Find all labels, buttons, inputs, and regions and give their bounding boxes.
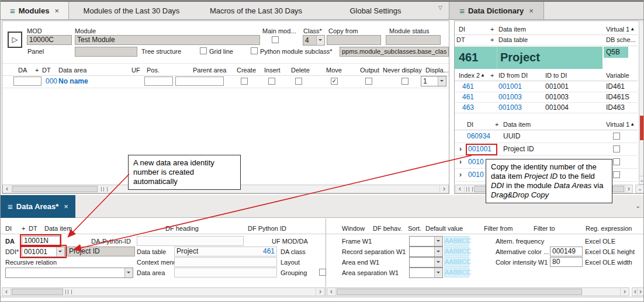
row-pos-input[interactable] — [144, 77, 173, 86]
col-da[interactable]: DA — [18, 67, 27, 74]
rel-cell-variable[interactable]: ID463 — [606, 104, 625, 112]
item-cell-name[interactable]: UUID — [503, 133, 520, 140]
data-areas-right-scrollbar[interactable]: ‹ › — [327, 287, 629, 296]
da-col-filter-from[interactable]: Filter from — [484, 225, 513, 232]
area-separation-w1-dropdown[interactable] — [409, 268, 443, 278]
rel-cell-id-from[interactable]: 001003 — [498, 93, 522, 101]
rel-col-variable[interactable]: Variable — [606, 72, 629, 79]
da-col-window[interactable]: Window — [342, 225, 365, 232]
menu-icon[interactable]: ≡ — [10, 6, 15, 16]
item-cell-di[interactable]: 060934 — [467, 133, 490, 140]
data-table-field[interactable]: Project461 — [174, 247, 277, 256]
dict-plus-label[interactable]: + — [490, 26, 494, 33]
rel-cell-id-to[interactable]: 001001 — [545, 83, 569, 91]
col-delete[interactable]: Delete — [291, 67, 310, 74]
rel-cell-index[interactable]: 463 — [462, 104, 474, 112]
col-pos[interactable]: Pos. — [147, 67, 160, 74]
expand-arrow-icon[interactable]: › — [459, 145, 462, 152]
col-plus[interactable]: + — [35, 67, 39, 74]
module-name-field[interactable]: Test Module — [75, 35, 260, 45]
record-separation-w1-dropdown[interactable] — [409, 247, 443, 257]
item-col-di[interactable]: DI — [467, 121, 473, 128]
grouping-checkbox[interactable] — [319, 269, 326, 276]
recursive-relation-dropdown[interactable] — [5, 268, 133, 278]
scrollbar-grip[interactable] — [65, 290, 72, 294]
record-separation-w1-color-swatch[interactable]: AABBCC — [444, 247, 469, 256]
menu-icon[interactable]: ≡ — [8, 202, 13, 211]
col-parent-area[interactable]: Parent area — [193, 67, 226, 74]
row-move-checkbox[interactable]: ✓ — [331, 78, 338, 85]
scroll-right-icon[interactable]: › — [316, 288, 324, 296]
item-col-virtual[interactable]: Virtual 1▲ — [606, 121, 635, 128]
expand-arrow-icon[interactable]: › — [459, 158, 462, 165]
da-col-dt[interactable]: DT — [29, 225, 37, 232]
color-intensity-w1-field[interactable]: 80 — [550, 257, 583, 267]
tab-data-areas[interactable]: ≡ Data Areas* × — [1, 195, 75, 218]
da-col-reg-expression[interactable]: Reg. expression — [586, 225, 632, 232]
row-never-display-checkbox[interactable] — [401, 78, 408, 85]
scrollbar-thumb[interactable] — [12, 186, 98, 192]
rel-cell-variable[interactable]: ID461 — [606, 83, 625, 91]
scroll-right-icon[interactable]: › — [625, 185, 632, 193]
row-parent-area-input[interactable] — [175, 77, 224, 86]
rel-col-id-to[interactable]: ID to DI — [545, 72, 567, 79]
scrollbar-thumb[interactable] — [612, 186, 624, 192]
close-icon[interactable]: × — [529, 6, 534, 15]
context-menu-field[interactable] — [174, 257, 277, 267]
da-col-di[interactable]: DI — [5, 225, 12, 232]
dictionary-scroll-corner-button[interactable]: ⌄ — [635, 185, 644, 193]
row-insert-checkbox[interactable] — [268, 78, 275, 85]
area-end-w1-dropdown[interactable] — [409, 257, 443, 268]
tab-data-dictionary[interactable]: ≡ Data Dictionary × — [449, 2, 544, 19]
da-col-plus[interactable]: + — [22, 225, 25, 232]
dict-db-schema-label[interactable]: DB sche... — [606, 36, 636, 43]
frame-w1-dropdown[interactable] — [409, 236, 443, 247]
tab-modules-last-30-days[interactable]: Modules of the Last 30 Days — [69, 2, 194, 19]
row-data-area-value[interactable]: No name — [58, 78, 88, 85]
col-never-display[interactable]: Never display — [383, 67, 422, 74]
rel-cell-index[interactable]: 461 — [462, 83, 474, 91]
col-uf[interactable]: UF — [131, 67, 140, 74]
scroll-position-marker[interactable] — [640, 116, 643, 140]
col-output[interactable]: Output — [360, 67, 379, 74]
alternative-color-field[interactable]: 000149 — [550, 247, 583, 256]
selected-table-id[interactable]: 461 — [459, 51, 478, 64]
col-displa[interactable]: Displa... — [425, 67, 449, 74]
dict-data-item-label[interactable]: Data item — [498, 26, 526, 33]
menu-icon[interactable]: ≡ — [459, 6, 465, 16]
frame-w1-color-swatch[interactable]: AABBCC — [444, 236, 469, 246]
tabbar-collapse-icon[interactable]: ▽ — [438, 4, 442, 11]
rel-cell-id-from[interactable]: 001003 — [498, 104, 522, 112]
rel-col-index[interactable]: Index 2▲ — [459, 72, 485, 79]
scrollbar-thumb[interactable] — [337, 289, 582, 295]
da-col-df-python-id[interactable]: DF Python ID — [248, 225, 286, 232]
item-virtual-checkbox[interactable] — [613, 133, 620, 140]
expand-arrow-icon[interactable]: › — [459, 171, 462, 178]
col-dt[interactable]: DT — [42, 67, 51, 74]
panel-collapse-chevron-icon[interactable]: ⌄ — [635, 202, 640, 209]
module-status-field[interactable] — [386, 35, 441, 45]
item-col-plus[interactable]: + — [495, 121, 498, 128]
python-subclass-field[interactable]: ppms.module_subclasses.base_clas — [340, 47, 449, 57]
python-subclass-checkbox[interactable] — [251, 47, 258, 54]
dictionary-vertical-scrollbar[interactable]: ⌄ — [639, 20, 644, 185]
data-area-field[interactable] — [174, 268, 277, 277]
tab-global-settings[interactable]: Global Settings — [318, 2, 433, 19]
data-areas-left-scrollbar[interactable]: ‹ › — [2, 287, 325, 296]
da-col-filter-to[interactable]: Filter to — [534, 225, 555, 232]
item-virtual-checkbox[interactable] — [613, 171, 620, 178]
dict-data-table-label[interactable]: Data table — [498, 36, 528, 43]
col-move[interactable]: Move — [326, 67, 342, 74]
rel-cell-id-from[interactable]: 001001 — [498, 83, 522, 91]
da-col-df-behav[interactable]: DF behav. — [373, 225, 402, 232]
da-python-id-field[interactable] — [137, 236, 244, 246]
dict-plus-label[interactable]: + — [490, 36, 494, 43]
scroll-right-icon[interactable]: › — [637, 288, 643, 296]
scroll-right-icon[interactable]: › — [439, 185, 448, 193]
dict-virtual-label[interactable]: Virtual 1▲ — [606, 26, 635, 33]
col-create[interactable]: Create — [237, 67, 256, 74]
rel-cell-index[interactable]: 461 — [462, 93, 474, 101]
area-end-w1-color-swatch[interactable]: AABBCC — [444, 257, 469, 267]
rel-cell-id-to[interactable]: 001003 — [545, 93, 569, 101]
copy-from-field[interactable] — [327, 35, 381, 45]
